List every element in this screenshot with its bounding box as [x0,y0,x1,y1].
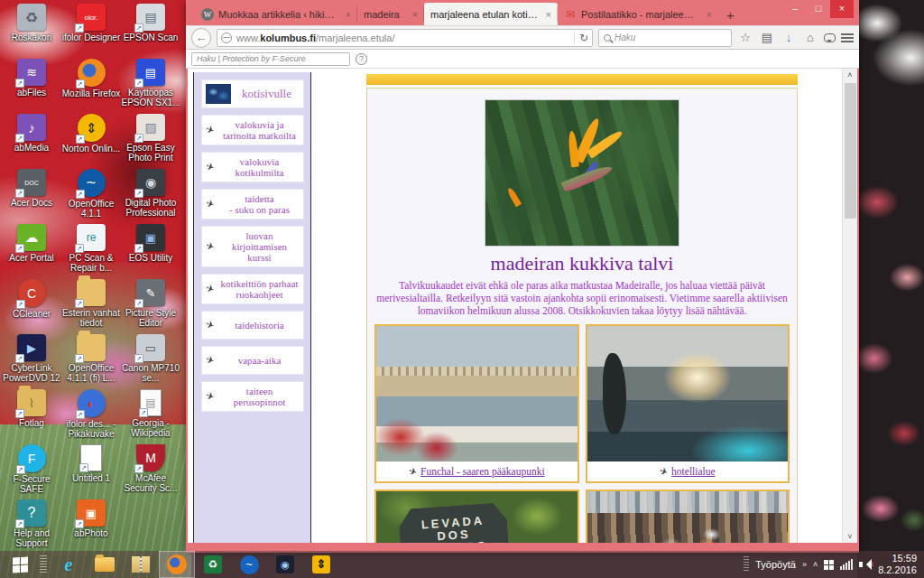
openoffice-folder-desktop-shortcut[interactable]: ↗ OpenOffice 4.1.1 (fi) L... [61,334,121,388]
picture-style-editor-desktop-shortcut[interactable]: ↗✎ Picture Style Editor [121,279,180,333]
desktop-icon-label: Epson Easy Photo Print [121,143,180,163]
abmedia-desktop-shortcut[interactable]: ↗♪ abMedia [2,114,61,168]
search-input[interactable]: Haku [598,29,732,47]
window-controls: – □ × [783,0,854,18]
epson-manual-desktop-shortcut[interactable]: ↗▤ Käyttöopas EPSON SX1... [121,59,180,113]
sidebar-item-5[interactable]: ✈ luovan kirjoittamisen kurssi [202,227,303,266]
new-tab-button[interactable]: + [718,7,743,25]
action-center-icon[interactable] [824,560,834,570]
tab-close-icon[interactable]: × [410,9,418,20]
sidebar-item-8[interactable]: ✈ vapaa-aika [202,347,303,374]
maximize-button[interactable]: □ [807,0,830,18]
sidebar-item-3[interactable]: ✈ valokuvia kotikulmilta [202,153,303,182]
downloads-icon[interactable]: ↓ [781,31,797,44]
f-secure-help-icon[interactable]: ? [356,53,367,65]
taskbar-norton[interactable]: ⇕ [303,551,339,578]
abfiles-desktop-shortcut[interactable]: ↗≋ abFiles [2,59,61,113]
taskbar-media-player[interactable]: ◉ [267,551,303,578]
abphoto-desktop-shortcut[interactable]: ↗▣ abPhoto [61,499,121,554]
site-identity-icon[interactable] [221,33,232,43]
funchal-photo[interactable] [376,326,578,461]
sidebar-item-1[interactable]: kotisivulle [202,80,303,107]
sidebar-item-4[interactable]: ✈ taidetta - suku on paras [202,190,303,219]
sidebar-item-7[interactable]: ✈ taidehistoria [202,312,303,339]
f-secure-safe-desktop-shortcut[interactable]: ↗F F-Secure SAFE [2,444,61,499]
bookmarks-menu-icon[interactable]: ▤ [759,31,775,44]
zip-folder-desktop-shortcut[interactable]: ↗⌇ Fotlag [2,389,61,443]
openoffice-desktop-shortcut[interactable]: ↗~ OpenOffice 4.1.1 [61,169,121,223]
acer-portal-desktop-shortcut[interactable]: ↗☁ Acer Portal [2,224,61,278]
hello-chat-icon[interactable] [824,33,836,42]
browser-tab[interactable]: W Muokkaa artikkelia ‹ hikipi... × [195,3,357,25]
sidebar-item-2[interactable]: ✈ valokuvia ja tarinoita matkoilta [202,116,303,144]
funchal-link[interactable]: Funchal - saaren pääkaupunki [420,466,545,477]
shortcut-arrow-icon: ↗ [15,244,24,253]
scroll-up-arrow-icon[interactable]: ˄ [843,70,857,79]
help-support-desktop-shortcut[interactable]: ↗? Help and Support [2,499,61,554]
eos-utility-desktop-shortcut[interactable]: ↗▣ EOS Utility [121,224,180,278]
ifolor-shortcut-desktop-shortcut[interactable]: ↗◐ ifolor des... - Pikakuvake [61,389,121,443]
browser-tab[interactable]: marjaleena etulan kotisivut × [424,3,558,25]
old-files-folder-desktop-shortcut[interactable]: ↗ Esterin vanhat tiedot [61,279,121,333]
carnival-photo[interactable] [587,491,789,543]
f-secure-search-input[interactable]: Haku | Protection by F-Secure [191,52,350,66]
bird-of-paradise-photo[interactable] [485,99,679,247]
pc-scan-repair-desktop-shortcut[interactable]: ↗re PC Scan & Repair b... [61,224,121,278]
home-icon[interactable]: ⌂ [802,31,818,44]
digital-photo-professional-desktop-shortcut[interactable]: ↗◉ Digital Photo Professional [121,169,180,223]
tab-label: Postilaatikko - marjaleena.... [581,9,699,20]
toolbar-chevron-icon[interactable]: » [802,560,807,569]
epson-scan-desktop-shortcut[interactable]: ↗▤ EPSON Scan [121,4,180,58]
clock[interactable]: 15:59 8.2.2016 [878,553,917,576]
f-secure-bin-icon: ♻ [204,555,222,573]
desktop-toolbar-label[interactable]: Työpöytä [755,559,796,570]
tab-close-icon[interactable]: × [704,9,712,20]
hidden-icons-caret-icon[interactable]: ˄ [813,560,818,569]
minimize-button[interactable]: – [783,0,807,18]
browser-tab[interactable]: madeira × [357,3,424,25]
scrollbar-thumb[interactable] [845,83,856,219]
hamburger-menu-icon[interactable] [841,33,854,42]
bookmark-star-icon[interactable]: ☆ [737,31,753,44]
norton-online-desktop-shortcut[interactable]: ↗⇕ Norton Onlin... [61,114,121,168]
hotel-pool-photo[interactable] [587,326,789,461]
taskbar-openoffice[interactable]: ~ [231,551,267,578]
sidebar-item-6[interactable]: ✈ kotikeittiön parhaat ruokaohjeet [202,275,303,303]
desktop-icon-label: ifolor des... - Pikakuvake [61,419,121,439]
taskbar-f-secure[interactable]: ♻ [195,551,231,578]
wikipedia-doc-desktop-shortcut[interactable]: ↗▤ Georgia - Wikipedia [121,389,180,443]
ifolor-designer-desktop-shortcut[interactable]: ↗olor. ifolor Designer [61,4,121,58]
desktop-icon-label: Georgia - Wikipedia [121,418,180,438]
reload-icon[interactable]: ↻ [574,32,588,44]
volume-muted-icon[interactable]: × [859,559,872,570]
navigation-toolbar: ← www.kolumbus.fi/marjaleena.etula/ ↻ Ha… [186,25,859,50]
hotel-area-link[interactable]: hotellialue [671,466,716,477]
page-scrollbar[interactable]: ˄ ˅ [842,69,857,543]
epson-easy-photo-print-desktop-shortcut[interactable]: ↗▨ Epson Easy Photo Print [121,114,180,168]
url-bar[interactable]: www.kolumbus.fi/marjaleena.etula/ ↻ [217,29,593,47]
mcafee-desktop-shortcut[interactable]: ↗M McAfee Security Sc... [121,444,180,499]
browser-tab[interactable]: ✉ Postilaatikko - marjaleena.... × [558,3,718,25]
ccleaner-desktop-shortcut[interactable]: ↗C CCleaner [2,279,61,333]
recycle-bin-desktop-shortcut[interactable]: ♻ Roskakori [2,4,61,58]
acer-docs-desktop-shortcut[interactable]: ↗DOC Acer Docs [2,169,61,223]
sidebar-item-9[interactable]: ✈ taiteen perusopinnot [202,382,303,411]
scroll-down-arrow-icon[interactable]: ˅ [843,532,857,541]
taskbar-firefox-active[interactable] [159,551,195,578]
network-signal-icon[interactable] [840,559,853,570]
powerdvd-desktop-shortcut[interactable]: ↗▶ CyberLink PowerDVD 12 [2,334,61,388]
canon-printer-desktop-shortcut[interactable]: ↗▭ Canon MP710 se... [121,334,180,388]
back-button[interactable]: ← [191,28,211,48]
taskbar-winzip[interactable] [123,551,159,578]
firefox-desktop-shortcut[interactable]: ↗ Mozilla Firefox [61,59,121,113]
taskbar-internet-explorer[interactable]: e [51,551,87,578]
desktop-icon-label: ifolor Designer [61,33,121,42]
zip-icon [132,556,150,573]
close-button[interactable]: × [830,0,854,18]
untitled-doc-desktop-shortcut[interactable]: ↗ Untitled 1 [61,444,121,499]
tab-close-icon[interactable]: × [543,9,551,20]
start-button[interactable] [0,551,40,578]
levada-photo[interactable]: LEVADA DOS TORNOS [376,491,578,543]
tab-close-icon[interactable]: × [343,9,351,20]
taskbar-file-explorer[interactable] [87,551,123,578]
